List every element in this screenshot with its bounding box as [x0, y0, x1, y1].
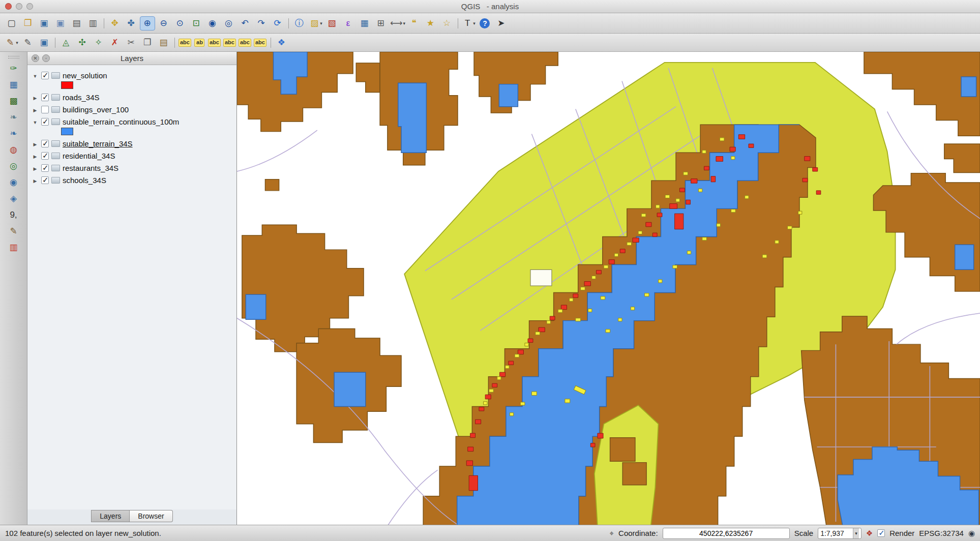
whats-this-icon[interactable]: ➤	[494, 16, 509, 31]
expander-icon[interactable]	[32, 163, 39, 172]
zoom-in-icon[interactable]: ⊕	[140, 16, 155, 31]
processing-toolbox-icon[interactable]: ❖	[274, 36, 289, 50]
layer-label[interactable]: residential_34S	[63, 152, 115, 160]
layer-row[interactable]: new_solution	[29, 69, 234, 81]
add-wfs-layer-icon[interactable]: ◈	[5, 192, 22, 206]
layer-label[interactable]: roads_34S	[63, 93, 100, 102]
label-pin-icon[interactable]: ab	[193, 36, 206, 50]
expander-icon[interactable]	[32, 151, 39, 160]
label-move-icon[interactable]: abc	[223, 36, 237, 50]
select-features-icon[interactable]: ▨ ▾	[308, 16, 323, 31]
add-database-layer-icon[interactable]: ▩	[5, 94, 22, 108]
render-checkbox[interactable]	[877, 529, 885, 537]
zoom-actual-icon[interactable]: ⊙	[172, 16, 188, 31]
copy-features-icon[interactable]: ❐	[140, 36, 155, 50]
layer-checkbox[interactable]	[41, 164, 49, 172]
stop-rendering-icon[interactable]: ❖	[866, 529, 873, 538]
layer-checkbox[interactable]	[41, 72, 49, 79]
layer-row[interactable]: residential_34S	[29, 149, 234, 162]
delete-selected-icon[interactable]: ✗	[107, 36, 123, 50]
save-project-icon[interactable]: ▣	[37, 16, 52, 31]
layer-checkbox[interactable]	[41, 176, 49, 184]
label-rotate-icon[interactable]: abc	[238, 36, 252, 50]
zoom-to-selection-icon[interactable]: ◉	[205, 16, 220, 31]
new-bookmark-icon[interactable]: ★	[423, 16, 438, 31]
new-composer-icon[interactable]: ▤	[69, 16, 84, 31]
tracking-icon[interactable]: ⌖	[610, 529, 614, 538]
layer-label[interactable]: new_solution	[63, 71, 107, 80]
layer-row[interactable]: buildings_over_100	[29, 103, 234, 115]
coordinate-input[interactable]	[663, 528, 790, 539]
add-spatialite-layer-icon[interactable]: ❧	[5, 110, 22, 125]
zoom-full-icon[interactable]: ⊡	[189, 16, 204, 31]
zoom-last-icon[interactable]: ↶	[237, 16, 253, 31]
minimize-window-button[interactable]	[16, 3, 22, 10]
layer-row[interactable]: schools_34S	[29, 174, 234, 186]
layer-label[interactable]: buildings_over_100	[63, 105, 129, 114]
add-raster-layer-icon[interactable]: ▦	[5, 78, 22, 92]
expander-icon[interactable]	[32, 93, 39, 102]
cut-features-icon[interactable]: ✂	[124, 36, 139, 50]
layer-row[interactable]: restaurants_34S	[29, 162, 234, 174]
add-feature-icon[interactable]: ◬	[58, 36, 74, 50]
field-calculator-icon[interactable]: ⊞	[373, 16, 389, 31]
expander-icon[interactable]	[32, 139, 39, 148]
zoom-window-button[interactable]	[26, 3, 33, 10]
new-project-icon[interactable]: ▢	[4, 16, 19, 31]
layer-row[interactable]: suitable_terrain_continuous_100m	[29, 115, 234, 128]
select-by-expression-icon[interactable]: ε	[341, 16, 356, 31]
add-wms-layer-icon[interactable]: ◎	[5, 159, 22, 173]
add-mssql-layer-icon[interactable]: ❧	[5, 127, 22, 141]
open-project-icon[interactable]: ❐	[20, 16, 36, 31]
layer-label[interactable]: restaurants_34S	[63, 164, 118, 172]
map-canvas[interactable]	[237, 52, 980, 525]
expander-icon[interactable]	[32, 105, 39, 114]
expander-icon[interactable]	[32, 175, 39, 185]
pan-map-icon[interactable]: ✥	[107, 16, 123, 31]
pan-to-selection-icon[interactable]: ✤	[124, 16, 139, 31]
layer-checkbox[interactable]	[41, 140, 49, 147]
layer-row[interactable]: suitable_terrain_34S	[29, 137, 234, 149]
close-panel-button[interactable]: ✕	[32, 54, 39, 62]
layer-checkbox[interactable]	[41, 106, 49, 113]
add-vector-layer-icon[interactable]: ✑	[5, 62, 22, 76]
current-edits-icon[interactable]: ✎ ▾	[4, 36, 19, 50]
tab-browser[interactable]: Browser	[130, 510, 172, 522]
close-window-button[interactable]	[5, 3, 12, 10]
zoom-out-icon[interactable]: ⊖	[156, 16, 171, 31]
add-delimited-text-icon[interactable]: 9,	[5, 208, 22, 222]
attribute-table-icon[interactable]: ▦	[357, 16, 372, 31]
expander-icon[interactable]	[32, 71, 39, 80]
deselect-features-icon[interactable]: ▧	[324, 16, 340, 31]
labeling-options-icon[interactable]: abc	[178, 36, 192, 50]
layer-checkbox[interactable]	[41, 152, 49, 160]
tab-layers[interactable]: Layers	[91, 510, 130, 522]
help-icon[interactable]: ?	[478, 16, 493, 31]
crs-status-icon[interactable]: ◉	[968, 529, 975, 538]
detach-panel-button[interactable]: ◦	[42, 54, 50, 62]
text-annotation-icon[interactable]: T ▾	[461, 16, 477, 31]
map-tips-icon[interactable]: ❝	[407, 16, 422, 31]
layer-label[interactable]: suitable_terrain_34S	[63, 139, 133, 148]
expander-icon[interactable]	[32, 117, 39, 126]
toolbar-drag-handle[interactable]	[8, 56, 19, 58]
move-feature-icon[interactable]: ✣	[75, 36, 90, 50]
measure-icon[interactable]: ⟷ ▾	[390, 16, 406, 31]
toggle-editing-icon[interactable]: ✎	[20, 36, 36, 50]
layer-checkbox[interactable]	[41, 94, 49, 101]
layer-label[interactable]: schools_34S	[63, 176, 106, 185]
combo-arrow-icon[interactable]: ▾	[853, 528, 859, 538]
scale-combo[interactable]: 1:7,937 ▾	[818, 528, 862, 539]
label-show-hide-icon[interactable]: abc	[207, 36, 222, 50]
zoom-next-icon[interactable]: ↷	[254, 16, 269, 31]
identify-icon[interactable]: ⓘ	[292, 16, 307, 31]
layer-label[interactable]: suitable_terrain_continuous_100m	[63, 117, 179, 126]
zoom-to-layer-icon[interactable]: ◎	[221, 16, 236, 31]
node-tool-icon[interactable]: ✧	[91, 36, 106, 50]
add-oracle-layer-icon[interactable]: ◍	[5, 143, 22, 157]
layer-row[interactable]: roads_34S	[29, 91, 234, 103]
layer-checkbox[interactable]	[41, 118, 49, 126]
new-shapefile-icon[interactable]: ✎	[5, 224, 22, 238]
remove-layer-icon[interactable]: ▥	[5, 241, 22, 255]
save-project-as-icon[interactable]: ▣	[53, 16, 68, 31]
